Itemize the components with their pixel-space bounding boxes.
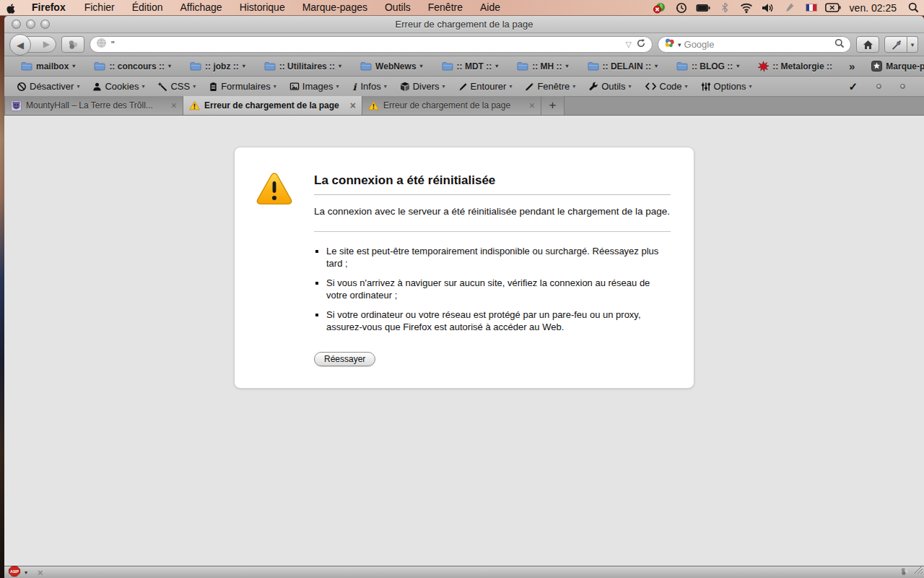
menu-edition[interactable]: Édition <box>123 0 172 15</box>
bookmark-folder-mh[interactable]: :: MH ::▾ <box>507 61 578 72</box>
devtool-code[interactable]: Code▾ <box>638 81 694 92</box>
bookmark-folder-mdt[interactable]: :: MDT ::▾ <box>432 61 508 72</box>
tab-error-2[interactable]: Erreur de chargement de la page × <box>362 96 541 115</box>
devtool-fenetre[interactable]: Fenêtre▾ <box>518 81 582 92</box>
menu-fichier[interactable]: Fichier <box>76 0 123 15</box>
devtool-images[interactable]: Images▾ <box>283 81 346 92</box>
spotlight-icon[interactable] <box>902 0 924 15</box>
package-icon <box>400 82 410 92</box>
zoom-window-button[interactable] <box>40 20 50 29</box>
error-suggestion: Si vous n'arrivez à naviguer sur aucun s… <box>326 277 660 302</box>
colorzilla-button[interactable] <box>884 36 907 53</box>
menu-bar: Firefox Fichier Édition Affichage Histor… <box>0 0 924 16</box>
close-window-button[interactable] <box>12 20 21 29</box>
traffic-lights <box>12 20 50 29</box>
devtool-formulaires[interactable]: Formulaires▾ <box>202 81 283 92</box>
time-machine-icon[interactable] <box>671 0 692 15</box>
tab-error-active[interactable]: Erreur de chargement de la page × <box>183 96 362 115</box>
bookmark-folder-blog[interactable]: :: BLOG ::▾ <box>667 61 749 72</box>
url-input[interactable] <box>111 39 622 50</box>
svg-text:ABP: ABP <box>10 569 19 574</box>
menu-historique[interactable]: Historique <box>231 0 294 15</box>
search-input[interactable] <box>684 39 832 50</box>
metalorgie-favicon <box>758 61 769 72</box>
adblock-plus-icon[interactable]: ABP <box>9 566 20 578</box>
bookmark-folder-webnews[interactable]: WebNews▾ <box>351 61 432 72</box>
search-bar[interactable]: ▾ <box>658 36 851 53</box>
menu-aide[interactable]: Aide <box>471 0 509 15</box>
adblock-dropdown-icon[interactable]: ▾ <box>25 569 27 576</box>
status-bar: ABP ▾ × <box>4 566 924 578</box>
pen-input-icon[interactable] <box>779 0 801 15</box>
devtool-options[interactable]: Options▾ <box>694 81 759 92</box>
bookmark-metalorgie[interactable]: :: Metalorgie :: <box>749 61 842 72</box>
folder-icon <box>21 61 32 71</box>
retry-button[interactable]: Réessayer <box>314 352 375 366</box>
search-engine-dropdown-icon[interactable]: ▾ <box>678 41 681 48</box>
url-history-dropdown-icon[interactable]: ▽ <box>626 40 632 49</box>
bookmark-folder-jobz[interactable]: :: jobz ::▾ <box>180 61 255 72</box>
bluetooth-icon[interactable] <box>714 0 736 15</box>
language-flag-icon[interactable] <box>801 0 822 15</box>
tab-mountyhall[interactable]: MountyHall – La Terre des Trõll... × <box>4 96 183 115</box>
bookmark-menu-marque-pages[interactable]: Marque-pages▾ <box>862 61 924 72</box>
window-resize-grip[interactable] <box>912 564 923 577</box>
devtoolbar-status: ✓ <box>848 80 918 93</box>
colorzilla-dropdown[interactable]: ▾ <box>907 36 918 53</box>
foxyproxy-button[interactable] <box>61 36 84 53</box>
bookmarks-overflow-chevron[interactable]: » <box>842 60 862 72</box>
reload-button[interactable] <box>636 38 646 51</box>
window-title-bar[interactable]: Erreur de chargement de la page <box>4 16 924 33</box>
menu-marque-pages[interactable]: Marque-pages <box>294 0 376 15</box>
search-go-icon[interactable] <box>834 38 845 51</box>
wrench-icon <box>588 82 598 92</box>
code-icon <box>645 82 657 91</box>
devtool-desactiver[interactable]: Désactiver▾ <box>10 81 86 92</box>
bookmark-folder-concours[interactable]: :: concours ::▾ <box>84 61 180 72</box>
menu-clock[interactable]: ven. 02:25 <box>844 2 902 14</box>
menu-firefox[interactable]: Firefox <box>22 0 76 15</box>
apple-menu[interactable] <box>0 2 22 14</box>
clipboard-icon <box>209 82 218 92</box>
battery-empty-icon[interactable] <box>822 0 844 15</box>
wifi-icon[interactable] <box>736 0 757 15</box>
new-tab-button[interactable]: + <box>541 96 565 115</box>
folder-icon <box>676 61 688 71</box>
bookmark-folder-delain[interactable]: :: DELAIN ::▾ <box>578 61 667 72</box>
devtool-cookies[interactable]: Cookies▾ <box>86 81 151 92</box>
foxyproxy-status-icon[interactable] <box>899 566 910 578</box>
bookmark-folder-mailbox[interactable]: mailbox▾ <box>12 61 84 72</box>
url-bar[interactable]: ▽ <box>90 36 653 53</box>
tab-close-icon[interactable]: × <box>529 100 535 111</box>
app-error-badge-icon[interactable] <box>649 0 671 15</box>
back-button[interactable]: ◀ <box>9 34 31 56</box>
colorzilla-split-button: ▾ <box>884 36 918 53</box>
devtool-infos[interactable]: i Infos▾ <box>345 81 393 92</box>
error-title: La connexion a été réinitialisée <box>314 173 671 195</box>
firefox-window: Erreur de chargement de la page ◀ ▶ ▽ ▾ <box>4 16 924 578</box>
error-description: La connexion avec le serveur a été réini… <box>314 204 671 219</box>
devtoolbar-indicator-dot <box>876 84 881 89</box>
folder-icon <box>442 61 453 71</box>
forward-button[interactable]: ▶ <box>43 39 50 49</box>
devtool-css[interactable]: CSS▾ <box>151 81 202 92</box>
tab-close-icon[interactable]: × <box>350 100 356 111</box>
web-developer-toolbar: Désactiver▾ Cookies▾ CSS▾ Formulaires▾ I… <box>4 77 924 97</box>
divider <box>314 231 671 232</box>
tab-close-icon[interactable]: × <box>171 100 177 111</box>
status-close-icon[interactable]: × <box>38 567 43 578</box>
ruler-pen-icon <box>525 82 534 92</box>
menu-affichage[interactable]: Affichage <box>172 0 231 15</box>
menu-fenetre[interactable]: Fenêtre <box>419 0 471 15</box>
devtool-entourer[interactable]: Entourer▾ <box>452 81 519 92</box>
tab-bar: MountyHall – La Terre des Trõll... × Err… <box>4 97 924 116</box>
svg-text:i: i <box>353 82 357 92</box>
devtool-divers[interactable]: Divers▾ <box>393 81 452 92</box>
volume-icon[interactable] <box>757 0 779 15</box>
battery-icon[interactable] <box>692 0 714 15</box>
home-button[interactable] <box>856 36 879 53</box>
minimize-window-button[interactable] <box>26 20 35 29</box>
devtool-outils[interactable]: Outils▾ <box>582 81 637 92</box>
bookmark-folder-utilitaires[interactable]: :: Utilitaires ::▾ <box>255 61 351 72</box>
menu-outils[interactable]: Outils <box>376 0 419 15</box>
